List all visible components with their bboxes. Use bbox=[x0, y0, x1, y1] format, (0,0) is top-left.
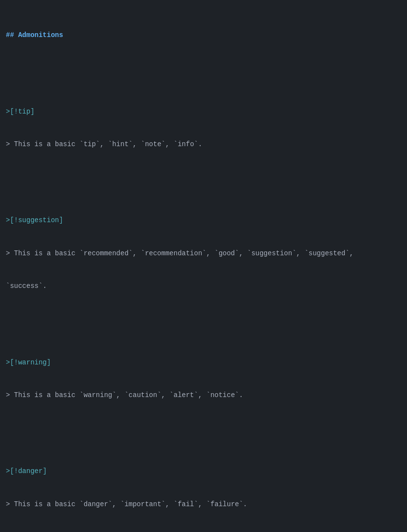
admonition-danger-tag: >[!danger] bbox=[6, 466, 401, 476]
admonition-warning-text: > This is a basic `warning`, `caution`, … bbox=[6, 390, 401, 400]
heading-admonitions: ## Admonitions bbox=[6, 30, 401, 40]
admonition-suggestion-text2: `success`. bbox=[6, 281, 401, 291]
admonition-danger-text: > This is a basic `danger`, `important`,… bbox=[6, 499, 401, 510]
admonition-suggestion-tag: >[!suggestion] bbox=[6, 215, 401, 226]
admonition-tip-text: > This is a basic `tip`, `hint`, `note`,… bbox=[6, 139, 401, 150]
admonition-tip-tag: >[!tip] bbox=[6, 106, 401, 117]
admonition-warning-tag: >[!warning] bbox=[6, 357, 401, 368]
code-editor: ## Admonitions >[!tip] > This is a basic… bbox=[6, 8, 401, 532]
admonition-suggestion-text1: > This is a basic `recommended`, `recomm… bbox=[6, 248, 401, 259]
